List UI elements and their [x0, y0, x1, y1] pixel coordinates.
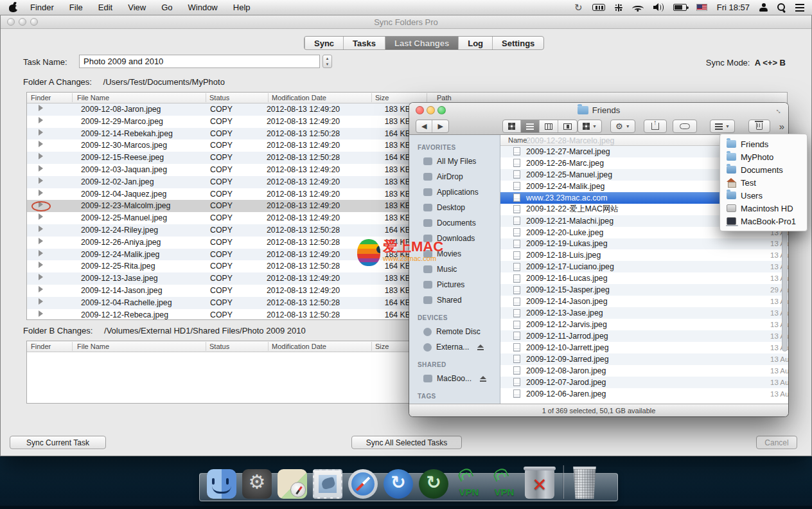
file-row[interactable]: 2009-12-07-Jarod.jpeg 13 Aug 2012 12:49 [500, 377, 788, 388]
sidebar-item[interactable]: Documents [409, 215, 500, 231]
tag-button[interactable] [673, 120, 697, 133]
tab[interactable]: Tasks [343, 37, 385, 49]
delete-button[interactable] [748, 120, 770, 133]
tab[interactable]: Sync [304, 37, 343, 49]
menu-item[interactable]: View [120, 0, 154, 15]
path-dropdown-button[interactable]: ▼ [710, 120, 735, 133]
vpn-dock-icon[interactable]: VPN [454, 469, 484, 499]
disclosure-triangle-icon[interactable] [39, 298, 43, 305]
disclosure-triangle-icon[interactable] [39, 262, 43, 268]
coverflow-view-button[interactable] [558, 120, 577, 132]
wifi-icon[interactable] [632, 3, 644, 12]
green-sync-dock-icon[interactable] [419, 469, 448, 499]
disclosure-triangle-icon[interactable] [39, 213, 43, 220]
tab[interactable]: Last Changes [385, 37, 458, 49]
file-row[interactable]: 2009-12-06-Jaren.jpeg 13 Aug 2012 12:49 [500, 388, 788, 400]
disclosure-triangle-icon[interactable] [39, 190, 43, 196]
disclosure-triangle-icon[interactable] [39, 286, 43, 292]
disclosure-triangle-icon[interactable] [39, 274, 43, 280]
menu-item[interactable]: Users [720, 189, 807, 202]
volume-icon[interactable] [653, 3, 664, 12]
file-row[interactable]: 2009-12-08-Jaron.jpeg 13 Aug 2012 12:49 [500, 365, 788, 377]
arrange-button[interactable]: ▼ [578, 120, 602, 133]
vpn2-dock-icon[interactable]: VPN [490, 469, 519, 499]
menu-item[interactable]: Documents [720, 163, 807, 176]
sidebar-item[interactable]: Remote Disc [409, 324, 500, 339]
file-row[interactable]: 2009-12-18-Luis.jpeg 13 Aug 2012 12:49 [500, 249, 788, 261]
table-a-header[interactable]: Finder File Name Status Modification Dat… [27, 93, 787, 103]
notification-center-icon[interactable] [795, 4, 804, 12]
menu-item[interactable]: Go [154, 0, 180, 15]
file-row[interactable]: 2009-12-16-Lucas.jpeg 13 Aug 2012 12:49 [500, 272, 788, 284]
back-button[interactable]: ◀ [416, 120, 432, 132]
file-row[interactable]: 2009-12-17-Luciano.jpeg 13 Aug 2012 12:4… [500, 261, 788, 272]
sync-menu-icon[interactable]: ↻ [574, 2, 583, 13]
list-view-button[interactable] [520, 120, 539, 132]
keyboard-battery-icon[interactable] [592, 4, 605, 11]
file-row[interactable]: 2009-12-12-Jarvis.jpeg 13 Aug 2012 12:49 [500, 319, 788, 330]
menu-item[interactable]: Finder [22, 0, 62, 15]
mail-dock-icon[interactable] [313, 469, 342, 499]
sidebar-item[interactable]: Applications [409, 184, 500, 200]
disclosure-triangle-icon[interactable] [39, 105, 43, 111]
apple-menu-icon[interactable] [9, 3, 17, 12]
sidebar-item[interactable]: Desktop [409, 200, 500, 215]
menu-item[interactable]: Test [720, 176, 807, 189]
user-menu-icon[interactable] [759, 3, 768, 12]
toolbar-overflow-icon[interactable]: » [779, 121, 784, 132]
sidebar-item[interactable]: MacBoo... [409, 371, 500, 386]
tab[interactable]: Log [458, 37, 492, 49]
eject-icon[interactable] [477, 344, 484, 350]
disclosure-triangle-icon[interactable] [39, 153, 43, 159]
menu-item[interactable]: File [62, 0, 91, 15]
menu-item[interactable]: Edit [91, 0, 120, 15]
menu-item[interactable]: Macintosh HD [720, 202, 807, 215]
location-services-icon[interactable] [615, 4, 622, 12]
disclosure-triangle-icon[interactable] [39, 129, 43, 136]
column-view-button[interactable] [539, 120, 558, 132]
maps-dock-icon[interactable] [278, 469, 307, 499]
sidebar-item[interactable]: Externa... [409, 339, 500, 355]
menu-item[interactable]: MacBook-Pro1 [720, 215, 807, 228]
sync-current-task-button[interactable]: Sync Current Task [10, 436, 106, 449]
file-row[interactable]: 2009-12-10-Jarrett.jpeg 13 Aug 2012 12:4… [500, 342, 788, 353]
sidebar-item[interactable]: AirDrop [409, 169, 500, 184]
disclosure-triangle-icon[interactable] [39, 226, 43, 232]
menu-clock[interactable]: Fri 18:57 [717, 3, 750, 12]
file-row[interactable]: 2009-12-11-Jarrod.jpeg 13 Aug 2012 12:49 [500, 330, 788, 342]
disclosure-triangle-icon[interactable] [39, 117, 43, 123]
cancel-button[interactable]: Cancel [756, 436, 797, 449]
task-stepper[interactable]: ▲▼ [322, 55, 332, 68]
file-row[interactable]: 2009-12-13-Jase.jpeg 13 Aug 2012 12:49 [500, 307, 788, 319]
menu-item[interactable]: Friends [720, 138, 807, 150]
sidebar-item[interactable]: Shared [409, 292, 500, 308]
file-row[interactable]: 2009-12-19-Lukas.jpeg 13 Aug 2012 12:49 [500, 238, 788, 250]
file-row[interactable]: 2009-12-09-Jarred.jpeg 13 Aug 2012 12:49 [500, 353, 788, 365]
spotlight-icon[interactable] [777, 3, 786, 12]
file-row[interactable]: 2009-12-14-Jason.jpeg 13 Aug 2012 12:49 [500, 296, 788, 307]
tab[interactable]: Settings [492, 37, 543, 49]
battery-icon[interactable] [673, 4, 687, 11]
menu-item[interactable]: Window [181, 0, 225, 15]
menu-item[interactable]: MyPhoto [720, 150, 807, 163]
sidebar-item[interactable]: All My Files [409, 154, 500, 169]
disclosure-triangle-icon[interactable] [39, 250, 43, 256]
task-name-input[interactable] [79, 55, 320, 68]
finder-dock-icon[interactable] [207, 469, 236, 499]
disclosure-triangle-icon[interactable] [39, 310, 43, 317]
menu-item[interactable]: Help [225, 0, 258, 15]
disclosure-triangle-icon[interactable] [39, 165, 43, 172]
disclosure-triangle-icon[interactable] [39, 177, 43, 184]
safari-dock-icon[interactable] [348, 469, 378, 499]
finder-title-bar[interactable]: Friends ↔ ◀ ▶ ▼ ⚙▼ [409, 103, 788, 135]
sidebar-item[interactable]: Pictures [409, 277, 500, 292]
sync-all-selected-tasks-button[interactable]: Sync All Selected Tasks [351, 436, 462, 449]
app-title-bar[interactable]: Sync Folders Pro [1, 15, 811, 29]
file-row[interactable]: 2009-12-15-Jasper.jpeg 29 Aug 2012 16:14 [500, 284, 788, 296]
eject-icon[interactable] [480, 376, 486, 382]
disclosure-triangle-icon[interactable] [39, 238, 43, 244]
forward-button[interactable]: ▶ [432, 120, 448, 132]
trash-dock-icon[interactable] [572, 467, 597, 499]
input-source-flag-icon[interactable] [696, 4, 707, 11]
system-preferences-dock-icon[interactable] [242, 469, 272, 499]
